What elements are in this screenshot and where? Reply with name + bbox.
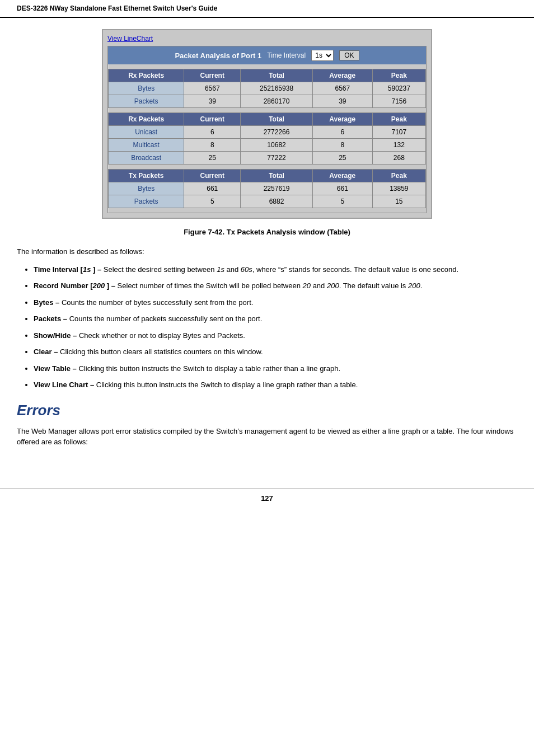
row-peak-tx-bytes: 13859 [372,182,425,195]
time-interval-select[interactable]: 1s [311,50,334,61]
row-current-bytes1: 6567 [184,82,241,95]
row-label-bytes1: Bytes [109,82,184,95]
list-item: Time Interval [1s ] – Select the desired… [34,264,517,275]
bullet-label-4: Show/Hide – [34,331,77,340]
panel-title: Packet Analysis of Port 1 [175,51,261,60]
rx-section1-header: Rx Packets Current Total Average Peak [109,69,426,82]
row-total-unicast: 2772266 [241,126,313,139]
table-row: Packets 39 2860170 39 7156 [109,95,426,108]
bullet-text-2: Counts the number of bytes successfully … [62,298,254,307]
row-total-multicast: 10682 [241,139,313,152]
errors-section-title: Errors [17,402,517,419]
row-label-multicast: Multicast [109,139,184,152]
page-number: 127 [261,494,273,503]
table-row: Bytes 661 2257619 661 13859 [109,182,426,195]
table-row: Bytes 6567 252165938 6567 590237 [109,82,426,95]
list-item: Show/Hide – Check whether or not to disp… [34,330,517,341]
row-total-tx-bytes: 2257619 [241,182,313,195]
figure-panel: View LineChart Packet Analysis of Port 1… [102,29,432,219]
bullet-label-3: Packets – [34,314,67,323]
bullet-label-2: Bytes – [34,298,59,307]
bullet-text-3: Counts the number of packets successfull… [69,314,263,323]
row-label-tx-bytes: Bytes [109,182,184,195]
table-row: Broadcast 25 77222 25 268 [109,152,426,165]
figure-caption: Figure 7-42. Tx Packets Analysis window … [17,228,517,236]
row-peak-broadcast: 268 [372,152,425,165]
spacer-row [109,165,426,170]
bullet-text-4: Check whether or not to display Bytes an… [79,331,245,340]
row-label-packets1: Packets [109,95,184,108]
row-avg-multicast: 8 [312,139,372,152]
row-total-packets1: 2860170 [241,95,313,108]
page-footer: 127 [0,488,534,508]
row-total-tx-packets: 6882 [241,195,313,208]
spacer-row [109,108,426,113]
bullet-label-0: Time Interval [1s ] – [34,265,101,274]
panel-inner: Packet Analysis of Port 1 Time Interval … [107,46,427,213]
spacer-row [109,64,426,69]
errors-body-text: The Web Manager allows port error statis… [17,426,517,448]
table-row: Unicast 6 2772266 6 7107 [109,126,426,139]
rx-table-1: Rx Packets Current Total Average Peak By… [108,64,426,213]
row-current-unicast: 6 [184,126,241,139]
intro-text: The information is described as follows: [17,246,517,257]
list-item: Bytes – Counts the number of bytes succe… [34,297,517,308]
bullet-text-6: Clicking this button instructs the Switc… [78,364,340,373]
row-avg-unicast: 6 [312,126,372,139]
bullet-list: Time Interval [1s ] – Select the desired… [34,264,517,391]
row-peak-packets1: 7156 [372,95,425,108]
bullet-label-7: View Line Chart – [34,381,94,389]
bullet-text-0: Select the desired setting between 1s an… [104,265,458,274]
bullet-label-5: Clear – [34,348,58,356]
row-avg-bytes1: 6567 [312,82,372,95]
page-content: View LineChart Packet Analysis of Port 1… [0,18,534,466]
row-peak-bytes1: 590237 [372,82,425,95]
row-peak-multicast: 132 [372,139,425,152]
row-current-packets1: 39 [184,95,241,108]
list-item: Clear – Clicking this button clears all … [34,346,517,358]
row-label-tx-packets: Packets [109,195,184,208]
row-total-broadcast: 77222 [241,152,313,165]
row-avg-broadcast: 25 [312,152,372,165]
row-total-bytes1: 252165938 [241,82,313,95]
table-row: Multicast 8 10682 8 132 [109,139,426,152]
row-peak-unicast: 7107 [372,126,425,139]
page-header: DES-3226 NWay Standalone Fast Ethernet S… [0,0,534,18]
bullet-text-5: Clicking this button clears all statisti… [60,348,263,356]
spacer-row [109,208,426,213]
bullet-label-6: View Table – [34,364,77,373]
row-avg-tx-bytes: 661 [312,182,372,195]
row-label-broadcast: Broadcast [109,152,184,165]
row-current-broadcast: 25 [184,152,241,165]
header-title: DES-3226 NWay Standalone Fast Ethernet S… [17,4,218,12]
row-current-multicast: 8 [184,139,241,152]
list-item: View Line Chart – Clicking this button i… [34,379,517,391]
bullet-label-1: Record Number [200 ] – [34,281,115,290]
row-current-tx-packets: 5 [184,195,241,208]
bullet-text-7: Clicking this button instructs the Switc… [96,381,358,389]
row-avg-packets1: 39 [312,95,372,108]
ok-button[interactable]: OK [339,50,359,60]
row-peak-tx-packets: 15 [372,195,425,208]
row-avg-tx-packets: 5 [312,195,372,208]
panel-header: Packet Analysis of Port 1 Time Interval … [108,46,426,64]
rx-section2-header: Rx Packets Current Total Average Peak [109,113,426,126]
table-row: Packets 5 6882 5 15 [109,195,426,208]
row-current-tx-bytes: 661 [184,182,241,195]
list-item: Packets – Counts the number of packets s… [34,313,517,325]
list-item: Record Number [200 ] – Select number of … [34,280,517,292]
time-interval-label: Time Interval [267,51,306,59]
view-linechart-link[interactable]: View LineChart [107,35,427,43]
tx-section-header: Tx Packets Current Total Average Peak [109,170,426,182]
list-item: View Table – Clicking this button instru… [34,363,517,374]
row-label-unicast: Unicast [109,126,184,139]
bullet-text-1: Select number of times the Switch will b… [118,281,423,290]
